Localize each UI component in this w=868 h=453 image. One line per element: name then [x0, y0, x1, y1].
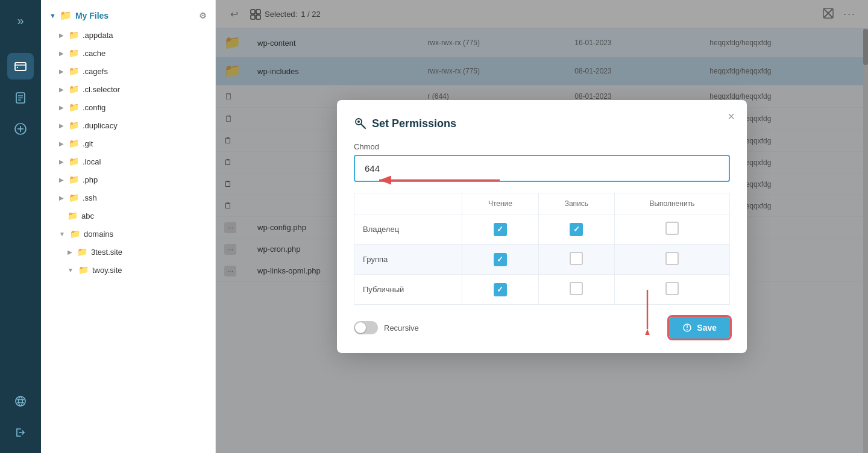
logout-icon[interactable] — [7, 419, 34, 446]
perm-read-group[interactable] — [462, 245, 538, 275]
folder-icon: 📁 — [69, 157, 79, 166]
tree-chevron: ▶ — [59, 177, 64, 183]
perm-execute-group[interactable] — [614, 245, 729, 275]
perm-header-read: Чтение — [462, 193, 538, 214]
main-content: ↩ Selected: 1 / 22 ··· 📁 wp-content rwx-… — [216, 0, 868, 453]
perm-execute-public[interactable] — [614, 275, 729, 305]
tree-chevron: ▶ — [59, 140, 64, 147]
tree-item-duplicacy[interactable]: ▶ 📁 .duplicacy — [41, 116, 215, 134]
folder-icon: 📁 — [69, 193, 79, 202]
tree-item-label: .cl.selector — [83, 85, 120, 94]
tree-item-php[interactable]: ▶ 📁 .php — [41, 170, 215, 189]
svg-point-26 — [687, 329, 688, 330]
modal-overlay: Set Permissions × Chmod Чтение Запись Вы… — [216, 0, 868, 453]
tree-item-3testsite[interactable]: ▶ 📁 3test.site — [41, 243, 215, 261]
folder-icon: 📁 — [69, 48, 79, 58]
tree-item-label: .ssh — [83, 193, 97, 202]
tree-expand-arrow: ▼ — [49, 12, 56, 19]
svg-point-21 — [357, 120, 360, 123]
tree-item-cagefs[interactable]: ▶ 📁 .cagefs — [41, 62, 215, 80]
tree-item-label: 3test.site — [91, 248, 122, 257]
tree-chevron: ▶ — [59, 104, 64, 111]
tree-gear-icon[interactable]: ⚙ — [199, 11, 207, 20]
tree-header: ▼ 📁 My Files ⚙ — [41, 0, 215, 26]
svg-line-20 — [361, 124, 365, 128]
folder-icon: 📁 — [69, 66, 79, 76]
tree-item-label: .php — [83, 175, 98, 184]
perm-write-owner[interactable] — [538, 214, 614, 245]
permissions-icon — [354, 117, 367, 130]
tree-item-cache[interactable]: ▶ 📁 .cache — [41, 44, 215, 62]
svg-point-1 — [17, 67, 18, 68]
svg-rect-0 — [15, 63, 26, 70]
tree-item-label: .appdata — [83, 31, 113, 40]
recursive-label: Recursive — [384, 323, 419, 333]
svg-point-9 — [16, 396, 25, 406]
folder-icon: 📁 — [77, 247, 87, 257]
tree-item-abc[interactable]: 📁 abc — [41, 207, 215, 225]
tree-item-label: .cagefs — [83, 67, 108, 76]
modal-footer: Recursive Save — [354, 317, 730, 339]
tree-chevron: ▶ — [68, 249, 72, 255]
tree-item-domains[interactable]: ▼ 📁 domains — [41, 225, 215, 243]
save-icon — [682, 323, 692, 333]
tree-item-local[interactable]: ▶ 📁 .local — [41, 152, 215, 170]
file-list-icon[interactable] — [7, 84, 34, 111]
tree-chevron: ▶ — [59, 195, 64, 201]
tree-item-git[interactable]: ▶ 📁 .git — [41, 134, 215, 152]
folder-icon: 📁 — [69, 102, 79, 112]
tree-chevron: ▶ — [59, 68, 64, 75]
tree-item-clselector[interactable]: ▶ 📁 .cl.selector — [41, 80, 215, 98]
tree-chevron: ▼ — [68, 267, 74, 273]
modal-close-button[interactable]: × — [728, 110, 735, 123]
folder-icon: 📁 — [78, 265, 89, 275]
tree-folder-icon: 📁 — [60, 10, 72, 21]
tree-item-label: domains — [84, 230, 113, 239]
tree-chevron: ▶ — [59, 50, 64, 57]
perm-row-group: Группа — [354, 245, 730, 275]
add-icon[interactable] — [7, 116, 34, 142]
tree-item-label: twoy.site — [92, 266, 122, 275]
tree-item-twoysite[interactable]: ▼ 📁 twoy.site — [41, 261, 215, 279]
tree-item-label: .local — [83, 157, 101, 166]
expand-icon[interactable]: » — [7, 7, 34, 34]
perm-read-public[interactable] — [462, 275, 538, 305]
tree-item-label: .config — [83, 103, 105, 112]
tree-chevron: ▶ — [59, 32, 64, 39]
folder-icon: 📁 — [70, 229, 80, 239]
perm-execute-owner[interactable] — [614, 214, 729, 245]
perm-header-role — [354, 193, 462, 214]
folder-icon: 📁 — [69, 139, 79, 148]
tree-item-appdata[interactable]: ▶ 📁 .appdata — [41, 26, 215, 44]
perm-header-write: Запись — [538, 193, 614, 214]
save-button[interactable]: Save — [669, 317, 730, 339]
folder-icon: 📁 — [69, 84, 79, 94]
perm-write-group[interactable] — [538, 245, 614, 275]
tree-item-label: .cache — [83, 49, 105, 58]
tree-item-ssh[interactable]: ▶ 📁 .ssh — [41, 189, 215, 207]
tree-chevron: ▶ — [59, 122, 64, 129]
tree-chevron: ▶ — [59, 86, 64, 93]
tree-item-label: .duplicacy — [83, 121, 118, 130]
tree-item-label: .git — [83, 139, 93, 148]
recursive-toggle[interactable] — [354, 321, 378, 334]
tree-item-config[interactable]: ▶ 📁 .config — [41, 98, 215, 116]
chmod-input[interactable] — [354, 155, 730, 182]
toggle-knob — [355, 322, 366, 333]
folder-icon: 📁 — [69, 120, 79, 130]
perm-role-public: Публичный — [354, 275, 462, 305]
perm-row-public: Публичный — [354, 275, 730, 305]
tree-header-title: My Files — [75, 11, 108, 20]
sidebar: » — [0, 0, 41, 453]
perm-role-owner: Владелец — [354, 214, 462, 245]
tree-item-label: abc — [81, 211, 94, 220]
perm-read-owner[interactable] — [462, 214, 538, 245]
perm-header-execute: Выполненить — [614, 193, 729, 214]
perm-write-public[interactable] — [538, 275, 614, 305]
file-tree-panel: ▼ 📁 My Files ⚙ ▶ 📁 .appdata ▶ 📁 .cache ▶… — [41, 0, 216, 453]
drive-icon[interactable] — [7, 53, 34, 80]
network-icon[interactable] — [7, 388, 34, 414]
folder-icon: 📁 — [68, 211, 78, 220]
save-button-label: Save — [697, 323, 717, 333]
perm-role-group: Группа — [354, 245, 462, 275]
